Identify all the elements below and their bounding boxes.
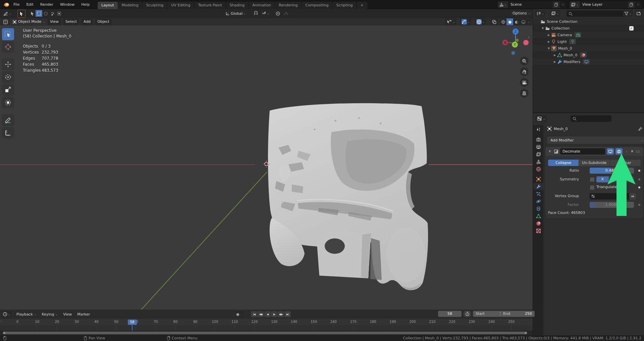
properties-tab-viewlayer[interactable] <box>533 151 543 158</box>
outliner-display-mode-dropdown[interactable]: ⌄ <box>535 10 545 17</box>
outliner-item-label[interactable]: Modifiers <box>564 60 580 64</box>
tool-select-button[interactable] <box>2 28 14 40</box>
workspace-tab[interactable]: + <box>357 2 367 9</box>
viewlayer-remove-button[interactable]: × <box>635 1 641 8</box>
properties-tab-material[interactable] <box>533 220 543 227</box>
jump-first-button[interactable]: |◀ <box>251 311 257 317</box>
menubar-item[interactable]: Render <box>37 0 57 9</box>
viewlayer-new-button[interactable] <box>628 1 635 8</box>
timeline-region-expander[interactable]: › <box>1 320 2 323</box>
outliner-item-label[interactable]: Light <box>557 40 567 44</box>
jump-last-button[interactable]: ▶| <box>284 311 291 317</box>
sidebar-collapse-arrow[interactable]: ‹ <box>528 35 530 40</box>
new-collection-button[interactable] <box>635 10 642 17</box>
timeline-scrollbar-track[interactable] <box>0 331 533 335</box>
next-keyframe-button[interactable]: ◆▶ <box>278 311 284 317</box>
tool-scale-button[interactable] <box>2 84 14 96</box>
select-box-button[interactable] <box>36 10 42 17</box>
xray-toggle-button[interactable] <box>490 18 498 25</box>
properties-tab-data[interactable] <box>533 213 543 219</box>
properties-tab-scene[interactable] <box>533 158 543 165</box>
modifier-remove-button[interactable]: ✕ <box>631 149 634 154</box>
triangulate-animate-dot[interactable] <box>638 186 640 188</box>
workspace-tab[interactable]: Layout <box>98 2 117 9</box>
outliner-filter-dropdown[interactable]: ⌄ <box>623 10 633 17</box>
options-button[interactable]: Options⌄ <box>510 10 533 16</box>
workspace-tab[interactable]: Animation <box>249 2 275 9</box>
tool-transform-button[interactable] <box>2 97 14 109</box>
outliner-row-modifiers[interactable]: ▶Modifiers <box>533 58 644 65</box>
outliner-item-label[interactable]: Scene Collection <box>547 19 577 24</box>
workspace-tab[interactable]: UV Editing <box>167 2 194 9</box>
properties-tab-tool[interactable] <box>533 126 543 133</box>
screen-icon[interactable] <box>583 59 590 64</box>
select-lasso-button[interactable] <box>49 10 56 17</box>
editor-type-button[interactable]: ⌄ <box>2 10 13 17</box>
modifier-name-field[interactable]: Decimate <box>560 148 605 155</box>
shading-dropdown[interactable]: ⌄ <box>527 18 531 25</box>
timeline-ruler[interactable]: › 01020304050607080901001101201301401501… <box>0 319 533 325</box>
snap-toggle-button[interactable] <box>252 10 260 17</box>
play-reverse-button[interactable]: ◀ <box>264 311 271 317</box>
outliner-item-label[interactable]: Mesh_0 <box>564 53 577 57</box>
use-preview-range-button[interactable] <box>464 311 471 317</box>
viewlayer-browse-button[interactable]: ⌄ <box>570 1 580 8</box>
select-extend-button[interactable] <box>56 10 62 17</box>
breadcrumb-object-name[interactable]: Mesh_0 <box>554 127 568 131</box>
scene-name-field[interactable]: Scene <box>508 1 553 8</box>
hide-eye-toggle[interactable] <box>636 47 642 50</box>
play-button[interactable]: ▶ <box>271 311 277 317</box>
shading-rendered-button[interactable] <box>520 18 527 25</box>
triangulate-checkbox[interactable] <box>590 185 595 190</box>
cam_data-icon[interactable] <box>575 32 581 38</box>
object-visibility-dropdown[interactable]: ⌄ <box>445 18 456 25</box>
viewport-editor-type-button[interactable] <box>2 18 9 25</box>
frame-start-field[interactable]: Start1 <box>473 311 504 317</box>
ortho-toggle-button[interactable] <box>520 89 529 98</box>
shading-solid-button[interactable]: ● <box>506 18 513 25</box>
outliner-row-mesh-0[interactable]: ▼Mesh_0 <box>533 45 644 52</box>
select-tweak-button[interactable] <box>29 10 36 17</box>
playhead-badge[interactable]: 58 <box>128 320 137 325</box>
decimate-mode-collapse[interactable]: Collapse <box>548 160 579 166</box>
menubar-item[interactable]: File <box>10 0 23 9</box>
expand-icon[interactable]: ▶ <box>552 54 557 57</box>
symmetry-axis-x[interactable]: X <box>596 176 609 182</box>
menubar-item[interactable]: Help <box>78 0 93 9</box>
symmetry-checkbox[interactable] <box>590 177 595 182</box>
symmetry-animate-dot[interactable] <box>638 178 640 180</box>
outliner-filter-id-dropdown[interactable]: ⌄ <box>550 10 560 17</box>
timeline-scrollbar[interactable] <box>3 332 527 334</box>
viewport-3d[interactable]: Object Mode⌄ ViewSelectAddObject ⌄ ⌄ ⌄ ●… <box>0 18 533 309</box>
properties-search-input[interactable] <box>571 115 611 122</box>
modifier-extras-dropdown[interactable]: ⌄ <box>624 150 629 153</box>
hide-eye-toggle[interactable] <box>636 26 642 30</box>
transform-orientation-dropdown[interactable]: Global⌄ <box>224 10 247 17</box>
outliner-row-camera[interactable]: ▶Camera <box>533 32 644 38</box>
add-modifier-dropdown[interactable]: Add Modifier ⌄ <box>547 136 644 144</box>
properties-tab-output[interactable] <box>533 144 543 150</box>
snap-target-dropdown[interactable]: ⌄ <box>260 10 271 17</box>
outliner-row-mesh-0[interactable]: ▶Mesh_0 <box>533 52 644 58</box>
mode-dropdown[interactable]: Object Mode⌄ <box>10 19 47 25</box>
timeline-channel-strip[interactable] <box>0 325 533 331</box>
shading-material-button[interactable]: ◐ <box>513 18 520 25</box>
playhead-line[interactable] <box>132 325 132 331</box>
workspace-tab[interactable]: Rendering <box>275 2 301 9</box>
pan-hand-button[interactable] <box>520 67 529 76</box>
menubar-item[interactable]: Window <box>57 0 78 9</box>
workspace-tab[interactable]: Modeling <box>118 2 142 9</box>
outliner-search-input[interactable] <box>567 10 624 17</box>
prev-keyframe-button[interactable]: ◀◆ <box>258 311 264 317</box>
tool-cursor-button[interactable] <box>2 41 14 53</box>
workspace-tab[interactable]: Compositing <box>302 2 332 9</box>
modifier-drag-handle[interactable] <box>636 150 641 153</box>
proportional-edit-button[interactable] <box>274 10 281 17</box>
camera-view-button[interactable] <box>520 78 529 87</box>
decimate-mode-un-subdivide[interactable]: Un-Subdivide <box>579 160 609 166</box>
viewlayer-name-field[interactable]: View Layer <box>580 1 628 8</box>
tool-measure-button[interactable] <box>2 127 14 139</box>
ratio-animate-dot[interactable] <box>638 170 640 172</box>
scene-unlink-button[interactable]: × <box>559 1 566 8</box>
scene-new-button[interactable] <box>553 1 559 8</box>
